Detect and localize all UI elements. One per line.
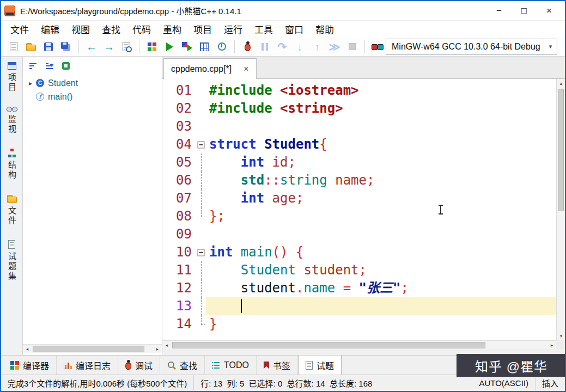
watch-icon (7, 107, 17, 112)
scroll-left-icon[interactable]: ◂ (162, 341, 171, 350)
bottom-tab[interactable]: TODO (205, 356, 257, 375)
code-token (257, 137, 264, 152)
menu-item[interactable]: 重构 (157, 21, 187, 38)
scroll-up-icon[interactable]: ▴ (557, 79, 565, 88)
menu-item[interactable]: 窗口 (279, 21, 309, 38)
new-file-button[interactable] (5, 39, 22, 54)
compiler-profile-select[interactable]: MinGW-w64 GCC 10.3.0 64-bit Debug ▾ (386, 39, 557, 55)
debug-button[interactable] (239, 39, 255, 54)
back-button[interactable]: ← (83, 39, 100, 54)
code-line[interactable]: 05 int id; (162, 154, 556, 171)
code-token (209, 155, 241, 170)
scroll-right-icon[interactable]: ▸ (547, 341, 556, 350)
editor-horizontal-scrollbar[interactable]: ◂ ▸ (162, 340, 556, 349)
sort-alphabetically-button[interactable] (42, 59, 57, 72)
fold-toggle-icon[interactable] (196, 136, 206, 154)
menu-item[interactable]: 文件 (4, 21, 35, 38)
find-in-files-button[interactable] (118, 39, 135, 54)
step-over-button: ↷ (274, 39, 290, 54)
code-line[interactable]: 07 int age; (162, 189, 556, 207)
sidebar-tab[interactable]: 文件 (6, 194, 17, 226)
class-browser-item[interactable]: fmain() (23, 90, 162, 103)
fold-toggle-icon[interactable] (196, 243, 206, 261)
rebuild-button[interactable] (196, 39, 212, 54)
forward-button[interactable]: → (101, 39, 117, 54)
close-tab-icon[interactable]: × (244, 64, 248, 74)
structure-icon (8, 149, 16, 157)
scroll-left-icon[interactable]: ◂ (23, 345, 32, 353)
code-line[interactable]: 03 (162, 118, 556, 136)
scroll-right-icon[interactable]: ▸ (153, 345, 162, 353)
code-token (264, 191, 272, 206)
menu-item[interactable]: 运行 (218, 21, 248, 38)
structure-panel-horizontal-scrollbar[interactable]: ◂ ▸ (23, 344, 162, 353)
editor-vertical-scrollbar[interactable]: ▴ ▾ (556, 79, 565, 340)
menu-item[interactable]: 代码 (126, 21, 157, 38)
editor-area: cppdemo.cpp[*] × 01#include <iostream>02… (162, 57, 565, 355)
compile-run-button[interactable] (179, 39, 195, 54)
scroll-down-icon[interactable]: ▾ (557, 332, 565, 340)
sidebar-tab[interactable]: 项目 (6, 62, 17, 93)
sidebar-tab[interactable]: 监视 (6, 107, 17, 134)
sort-by-type-button[interactable] (26, 59, 40, 72)
code-line[interactable]: 14} (162, 315, 556, 333)
sidebar-tab[interactable]: 结构 (6, 149, 17, 180)
sidebar-tab-label: 结构 (6, 161, 17, 180)
compile-button[interactable] (144, 39, 160, 54)
bottom-tab[interactable]: 试题 (298, 356, 342, 375)
back-icon: ← (86, 41, 97, 52)
menu-item[interactable]: 视图 (65, 21, 96, 38)
code-line[interactable]: 09 (162, 225, 556, 243)
open-file-button[interactable] (23, 39, 39, 54)
code-editor[interactable]: 01#include <iostream>02#include <string>… (162, 79, 556, 340)
run-button[interactable] (161, 39, 178, 54)
line-number: 01 (162, 82, 196, 100)
code-line[interactable]: 10int main() { (162, 243, 556, 261)
code-token: ; (359, 262, 367, 278)
save-button[interactable] (40, 39, 57, 54)
bottom-tab-label: 调试 (135, 359, 153, 372)
menu-item[interactable]: 项目 (187, 21, 218, 38)
code-line[interactable]: 01#include <iostream> (162, 82, 556, 100)
sidebar-tab[interactable]: 试题集 (6, 240, 17, 281)
class-browser-item[interactable]: ▸CStudent (23, 76, 162, 90)
code-line[interactable]: 04struct Student{ (162, 136, 556, 154)
bottom-tab-label: 书签 (273, 359, 290, 372)
close-button[interactable]: × (537, 2, 562, 20)
code-line[interactable]: 11 Student student; (162, 261, 556, 279)
scrollbar-thumb[interactable] (558, 89, 564, 211)
code-line[interactable]: 08}; (162, 207, 556, 225)
expander-icon[interactable]: ▸ (26, 79, 35, 87)
bottom-tab[interactable]: 编译器 (3, 356, 57, 375)
menu-item[interactable]: 编辑 (35, 21, 65, 38)
bottom-tab[interactable]: 编译日志 (57, 356, 118, 375)
glasses-button[interactable] (369, 39, 386, 54)
minimize-button[interactable]: − (486, 2, 512, 20)
maximize-button[interactable]: □ (512, 2, 537, 20)
app-icon (4, 5, 15, 16)
pause-button (257, 39, 273, 54)
code-line[interactable]: 12 student.name = "张三"; (162, 279, 556, 297)
code-token: #include (209, 83, 272, 98)
menu-item[interactable]: 帮助 (309, 21, 340, 38)
code-line[interactable]: 13 (162, 297, 556, 315)
bottom-tab[interactable]: 书签 (257, 356, 298, 375)
code-line[interactable]: 02#include <string> (162, 100, 556, 118)
chevron-down-icon[interactable]: ▾ (544, 39, 557, 54)
menu-item[interactable]: 查找 (96, 21, 126, 38)
show-inherited-members-button[interactable] (59, 59, 73, 72)
step-into-icon: ↓ (297, 41, 302, 52)
toolbar-separator (364, 40, 365, 53)
menu-item[interactable]: 工具 (248, 21, 279, 38)
code-token: Student (264, 137, 319, 152)
bottom-tab[interactable]: 调试 (118, 356, 160, 375)
compiler-icon (10, 361, 19, 370)
save-all-button[interactable] (58, 39, 74, 54)
code-line[interactable]: 06 std::string name; (162, 171, 556, 189)
bottom-tab[interactable]: 查找 (160, 356, 205, 375)
scrollbar-thumb[interactable] (172, 342, 485, 348)
editor-tab-cppdemo[interactable]: cppdemo.cpp[*] × (163, 58, 257, 79)
scrollbar-thumb[interactable] (33, 346, 144, 352)
main-area: 项目监视结构文件试题集 ▸CStudentfmain() ◂ ▸ cppdemo… (1, 57, 565, 355)
profiler-button[interactable] (214, 39, 230, 54)
